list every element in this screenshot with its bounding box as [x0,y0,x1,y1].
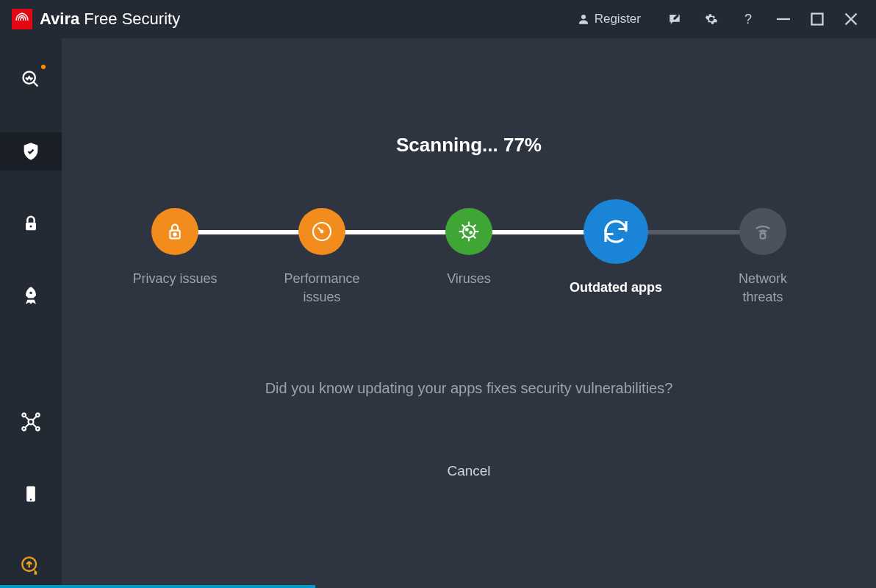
scan-icon [21,69,41,90]
privacy-lock-icon [163,220,187,243]
sidebar-item-performance[interactable] [0,276,62,315]
shield-icon [21,141,41,162]
step-performance: Performanceissues [248,208,395,306]
phone-icon [21,484,41,504]
help-icon[interactable]: ? [739,10,757,28]
step-viruses: Viruses [395,208,542,288]
maximize-button[interactable] [808,10,826,28]
step-performance-circle [298,208,345,255]
scan-status-title: Scanning... 77% [396,134,542,157]
settings-gear-icon[interactable] [703,10,720,28]
gauge-icon [310,220,334,243]
step-outdated: Outdated apps [542,208,689,297]
notification-dot [41,65,46,69]
avira-logo [12,9,32,29]
sidebar-item-upgrade[interactable] [0,547,62,585]
svg-line-15 [32,417,36,420]
main-content: Scanning... 77% Privacy issues [62,38,876,585]
step-outdated-circle [584,199,648,264]
svg-point-24 [321,231,323,233]
svg-rect-2 [812,14,823,25]
virus-icon [457,220,481,243]
sidebar [0,38,62,585]
brand-name: Avira [40,10,79,28]
step-privacy: Privacy issues [101,208,248,288]
svg-point-10 [22,413,26,417]
bottom-accent-bar [0,585,876,588]
step-network-circle [739,208,786,255]
brand-text: Avira Free Security [40,10,180,29]
modules-icon [21,412,41,432]
user-icon [577,12,590,26]
svg-point-7 [29,226,32,228]
wifi-lock-icon [751,220,775,243]
connector-completed [179,230,620,234]
svg-point-12 [22,427,26,431]
cancel-button[interactable]: Cancel [447,463,490,479]
svg-point-34 [466,229,468,231]
svg-point-35 [470,232,472,234]
svg-point-13 [36,427,40,431]
svg-line-14 [26,417,29,420]
register-button[interactable]: Register [577,12,641,26]
step-performance-label: Performanceissues [284,270,359,306]
scan-percent: 77% [503,134,542,156]
scan-tip: Did you know updating your apps fixes se… [265,380,673,397]
svg-point-22 [173,233,176,235]
titlebar: Avira Free Security Register ? [0,0,876,38]
step-viruses-label: Viruses [447,270,491,288]
svg-line-32 [462,235,465,238]
step-viruses-circle [445,208,492,255]
step-privacy-label: Privacy issues [132,270,217,288]
sidebar-item-scan[interactable] [0,60,62,98]
svg-line-17 [32,423,36,427]
refresh-icon [600,216,631,247]
svg-point-0 [581,15,586,19]
sidebar-item-mobile[interactable] [0,475,62,513]
svg-rect-36 [761,234,766,239]
step-network: Networkthreats [689,208,836,306]
step-privacy-circle [151,208,198,255]
brand-suite: Free Security [84,10,180,28]
svg-line-16 [26,423,29,427]
step-outdated-label: Outdated apps [570,279,662,297]
upgrade-icon [21,556,41,576]
register-label: Register [595,12,641,26]
sidebar-item-privacy[interactable] [0,204,62,243]
svg-line-30 [462,225,465,228]
svg-point-19 [30,498,32,500]
sidebar-item-modules[interactable] [0,403,62,441]
svg-line-33 [473,225,475,228]
svg-point-8 [29,292,32,295]
minimize-button[interactable] [775,10,792,28]
scan-steps: Privacy issues Performanceissues Vi [62,208,876,306]
sidebar-item-security[interactable] [0,132,62,171]
svg-line-31 [473,235,475,238]
lock-icon [21,213,41,234]
rocket-icon [21,285,41,306]
feedback-icon[interactable] [666,10,683,28]
step-network-label: Networkthreats [739,270,787,306]
svg-point-11 [36,413,40,417]
close-button[interactable] [842,10,860,28]
